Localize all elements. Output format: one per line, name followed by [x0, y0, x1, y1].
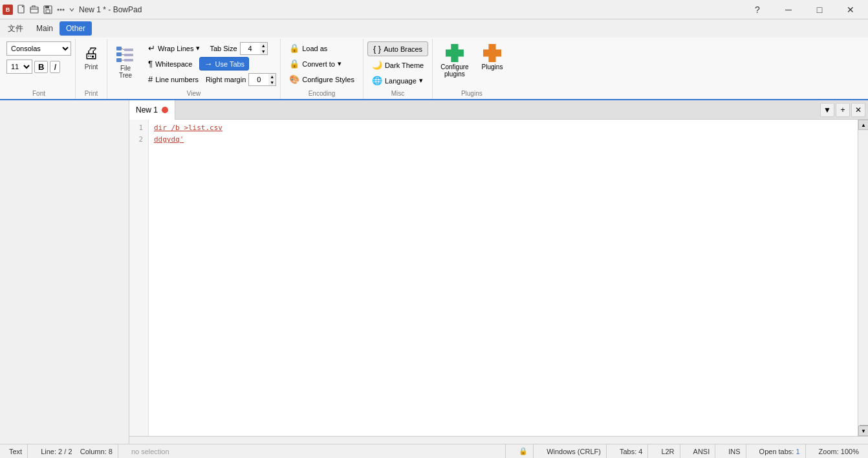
help-button[interactable]: ? [743, 0, 772, 19]
bold-button[interactable]: B [34, 61, 48, 73]
menu-icon[interactable] [56, 5, 66, 15]
print-group-content: 🖨 Print [80, 39, 103, 89]
configure-plugins-label: Configureplugins [440, 63, 468, 78]
tab-modified-indicator [162, 107, 168, 113]
maximize-button[interactable]: □ [805, 0, 834, 19]
italic-button[interactable]: I [50, 61, 60, 73]
ribbon-group-font: Consolas 11 B I Font [3, 39, 76, 99]
tab-size-down[interactable]: ▼ [260, 49, 267, 54]
status-zoom-label: Zoom: [819, 448, 839, 455]
tab-add-button[interactable]: + [836, 103, 850, 117]
whitespace-button[interactable]: ¶ Whitespace [144, 57, 197, 71]
status-open-tabs-label: Open tabs: [759, 448, 794, 455]
dark-theme-button[interactable]: 🌙 Dark Theme [367, 58, 428, 72]
svg-line-15 [122, 54, 124, 55]
menu-item-file[interactable]: 文件 [1, 21, 30, 37]
svg-rect-12 [124, 54, 133, 56]
language-button[interactable]: 🌐 Language ▾ [367, 74, 428, 87]
linenums-rightmargin-row: # Line numbers Right margin ▲ ▼ [144, 72, 276, 86]
document-area: New 1 ▼ + ✕ 1 2 dir /b >list.csv [0, 100, 868, 444]
svg-rect-1 [30, 7, 38, 13]
font-select[interactable]: Consolas [6, 41, 71, 56]
status-zoom: Zoom: 100% [814, 444, 864, 459]
view-options-col: ↵ Wrap Lines ▾ Tab Size ▲ ▼ [144, 41, 276, 86]
vertical-scrollbar[interactable]: ▲ ▼ [858, 120, 868, 436]
code-span-dir: dir /b >list.csv [154, 124, 222, 132]
app-icon-label: B [6, 6, 10, 13]
print-label: Print [85, 63, 98, 71]
code-content[interactable]: dir /b >list.csv ddgydq' [149, 120, 858, 436]
scroll-up-button[interactable]: ▲ [858, 120, 868, 130]
app-icon: B [3, 5, 13, 15]
tab-new1[interactable]: New 1 [129, 100, 175, 120]
dropdown-arrow-icon[interactable] [69, 5, 75, 15]
close-button[interactable]: ✕ [836, 0, 865, 19]
tab-size-up[interactable]: ▲ [260, 43, 267, 49]
font-size-row: 11 B I [6, 60, 60, 74]
scroll-track[interactable] [858, 130, 868, 425]
menu-item-other[interactable]: Other [60, 21, 92, 36]
line-num-2: 2 [135, 134, 143, 146]
right-margin-down[interactable]: ▼ [268, 80, 276, 85]
line-numbers: 1 2 [129, 120, 149, 436]
convert-to-button[interactable]: 🔒 Convert to ▾ [285, 57, 359, 71]
status-zoom-value: 100% [841, 448, 859, 455]
load-as-button[interactable]: 🔒 Load as [285, 41, 359, 55]
dark-theme-label: Dark Theme [385, 61, 424, 69]
ribbon-group-view: FileTree ↵ Wrap Lines ▾ Tab Size ▲ [107, 39, 281, 99]
menu-bar: 文件 Main Other [0, 19, 868, 38]
editor-content[interactable]: 1 2 dir /b >list.csv ddgydq' [129, 120, 858, 436]
view-group-content: FileTree ↵ Wrap Lines ▾ Tab Size ▲ [111, 39, 276, 89]
horizontal-scrollbar[interactable] [129, 436, 868, 444]
svg-rect-9 [116, 52, 122, 56]
wrap-lines-button[interactable]: ↵ Wrap Lines ▾ [144, 41, 204, 55]
save-icon[interactable] [43, 5, 53, 15]
title-bar: B New 1 * - BowPad ? ─ □ ✕ [0, 0, 868, 19]
plugins-button[interactable]: Plugins [478, 41, 507, 73]
auto-braces-button[interactable]: { } Auto Braces [367, 41, 428, 56]
configure-styles-icon: 🎨 [289, 74, 299, 84]
svg-line-14 [122, 49, 124, 50]
load-as-icon: 🔒 [289, 43, 299, 53]
file-tree-button[interactable]: FileTree [111, 41, 140, 82]
font-size-select[interactable]: 11 [6, 60, 32, 74]
language-icon: 🌐 [372, 76, 382, 85]
font-group-content: Consolas 11 B I [6, 39, 71, 89]
tab-size-input[interactable] [241, 43, 260, 54]
status-line-ending: Windows (CRLF) [541, 444, 607, 459]
plugins-col: Configureplugins Plugins [437, 41, 506, 80]
line-numbers-icon: # [148, 74, 153, 84]
svg-point-5 [60, 8, 62, 10]
scroll-down-button[interactable]: ▼ [858, 426, 868, 436]
convert-to-label: Convert to [302, 60, 335, 68]
file-tree-icon [115, 44, 136, 65]
right-margin-up[interactable]: ▲ [268, 74, 276, 80]
wrap-lines-label: Wrap Lines [158, 45, 193, 52]
load-as-label: Load as [302, 45, 327, 52]
tab-size-label: Tab Size [210, 45, 237, 52]
tab-close-button[interactable]: ✕ [851, 103, 865, 117]
editor-with-scroll: 1 2 dir /b >list.csv ddgydq' ▲ ▼ [129, 120, 868, 436]
print-button[interactable]: 🖨 Print [80, 41, 103, 73]
menu-item-main[interactable]: Main [30, 21, 60, 36]
line-numbers-button[interactable]: # Line numbers [144, 72, 203, 86]
tab-size-arrows: ▲ ▼ [260, 43, 267, 54]
minimize-button[interactable]: ─ [774, 0, 803, 19]
configure-styles-button[interactable]: 🎨 Configure Styles [285, 72, 359, 86]
window-title: New 1 * - BowPad [79, 5, 142, 14]
toolbar-icons [17, 5, 75, 15]
encoding-col: 🔒 Load as 🔒 Convert to ▾ 🎨 Configure Sty… [285, 41, 359, 86]
misc-group-label: Misc [367, 89, 428, 99]
ribbon-group-plugins: Configureplugins Plugins Plugins [433, 39, 510, 99]
status-encoding-text: ANSI [693, 448, 710, 455]
window-controls[interactable]: ? ─ □ ✕ [743, 0, 865, 19]
tab-dropdown-button[interactable]: ▼ [820, 103, 834, 117]
configure-plugins-icon [446, 44, 464, 62]
right-margin-input[interactable] [249, 74, 268, 85]
status-insert-text: INS [728, 448, 740, 455]
whitespace-icon: ¶ [148, 59, 153, 69]
configure-plugins-button[interactable]: Configureplugins [437, 41, 472, 80]
use-tabs-button[interactable]: → Use Tabs [199, 57, 249, 71]
open-icon[interactable] [30, 5, 40, 15]
new-file-icon[interactable] [17, 5, 27, 15]
